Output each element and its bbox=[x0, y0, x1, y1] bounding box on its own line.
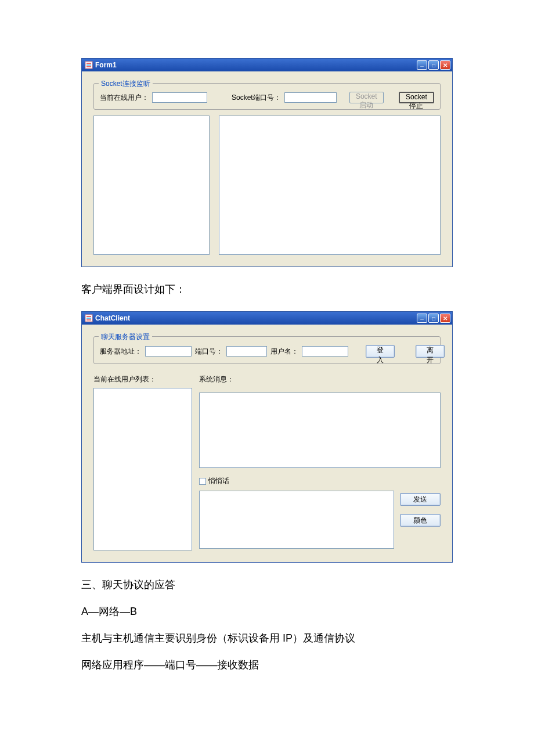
chatclient-title: ChatClient bbox=[95, 314, 130, 322]
leave-button[interactable]: 离开 bbox=[416, 345, 445, 358]
online-list-label: 当前在线用户列表： bbox=[93, 375, 192, 384]
socket-start-button[interactable]: Socket启动 bbox=[349, 92, 384, 103]
login-button[interactable]: 登入 bbox=[366, 345, 395, 358]
server-groupbox: 聊天服务器设置 服务器地址： 端口号： 用户名： 登入 离开 bbox=[93, 336, 441, 364]
section3-heading: 三、聊天协议的应答 bbox=[81, 574, 453, 595]
maximize-button[interactable] bbox=[428, 60, 439, 70]
socket-group-title: Socket连接监听 bbox=[99, 79, 153, 89]
window-controls bbox=[417, 314, 450, 323]
server-group-title: 聊天服务器设置 bbox=[99, 332, 152, 342]
form1-titlebar: Form1 bbox=[82, 59, 452, 71]
socket-port-input[interactable] bbox=[284, 92, 337, 103]
whisper-checkbox[interactable] bbox=[199, 478, 206, 485]
svg-rect-2 bbox=[86, 64, 91, 66]
sysmsg-label: 系统消息： bbox=[199, 375, 441, 384]
form1-window: Form1 Socket连接监听 当前在线用户： Socket端口号： Sock… bbox=[81, 58, 453, 267]
socket-groupbox: Socket连接监听 当前在线用户： Socket端口号： Socket启动 S… bbox=[93, 83, 441, 110]
chatclient-window: ChatClient 聊天服务器设置 服务器地址： 端口号： 用户名： 登入 离… bbox=[81, 311, 453, 563]
username-input[interactable] bbox=[302, 346, 348, 357]
section3-line3: 网络应用程序——端口号——接收数据 bbox=[81, 654, 453, 675]
maximize-button[interactable] bbox=[428, 314, 439, 323]
socket-port-label: Socket端口号： bbox=[232, 93, 281, 103]
form1-title: Form1 bbox=[95, 61, 117, 69]
section3-line1: A—网络—B bbox=[81, 601, 453, 622]
color-button[interactable]: 颜色 bbox=[400, 514, 441, 527]
svg-rect-1 bbox=[86, 63, 91, 64]
svg-rect-5 bbox=[86, 316, 91, 317]
send-button[interactable]: 发送 bbox=[400, 493, 441, 506]
system-messages-textbox[interactable] bbox=[199, 393, 441, 468]
window-controls bbox=[417, 60, 450, 70]
client-port-input[interactable] bbox=[226, 346, 267, 357]
app-icon bbox=[85, 61, 93, 69]
socket-stop-button[interactable]: Socket停止 bbox=[399, 92, 434, 103]
client-caption: 客户端界面设计如下： bbox=[81, 279, 453, 300]
online-users-label: 当前在线用户： bbox=[100, 93, 149, 103]
chatclient-body: 聊天服务器设置 服务器地址： 端口号： 用户名： 登入 离开 当前在线用户列表：… bbox=[82, 325, 452, 562]
form1-left-listbox[interactable] bbox=[93, 116, 210, 255]
app-icon bbox=[85, 314, 93, 322]
online-users-listbox[interactable] bbox=[93, 388, 192, 550]
svg-rect-3 bbox=[86, 66, 91, 67]
close-button[interactable] bbox=[440, 314, 450, 323]
server-addr-input[interactable] bbox=[145, 346, 192, 357]
svg-rect-7 bbox=[86, 319, 91, 321]
message-composer-textbox[interactable] bbox=[199, 491, 394, 549]
server-addr-label: 服务器地址： bbox=[100, 347, 142, 357]
chatclient-titlebar: ChatClient bbox=[82, 312, 452, 325]
close-button[interactable] bbox=[440, 60, 450, 70]
form1-right-textbox[interactable] bbox=[219, 116, 441, 255]
minimize-button[interactable] bbox=[417, 60, 427, 70]
svg-rect-6 bbox=[86, 318, 91, 319]
client-port-label: 端口号： bbox=[195, 347, 223, 357]
form1-body: Socket连接监听 当前在线用户： Socket端口号： Socket启动 S… bbox=[82, 71, 452, 267]
minimize-button[interactable] bbox=[417, 314, 427, 323]
online-users-input[interactable] bbox=[152, 92, 207, 103]
section3-line2: 主机与主机通信主要识别身份（标识设备用 IP）及通信协议 bbox=[81, 628, 453, 649]
whisper-label: 悄悄话 bbox=[208, 476, 229, 486]
username-label: 用户名： bbox=[270, 347, 298, 357]
